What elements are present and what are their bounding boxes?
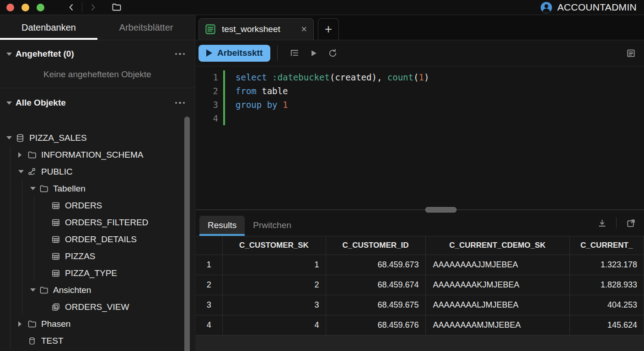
close-window-button[interactable]	[6, 4, 14, 11]
all-objects-menu-button[interactable]	[173, 99, 187, 107]
row-number-cell[interactable]: 4	[196, 315, 222, 335]
data-cell[interactable]: 68.459.674	[326, 275, 425, 295]
expander-open-icon[interactable]	[6, 136, 16, 139]
row-number-header[interactable]	[196, 236, 222, 255]
table-icon	[51, 235, 61, 244]
data-cell[interactable]: 1.828.933	[569, 275, 644, 295]
indent-guide	[10, 146, 11, 350]
data-cell[interactable]: AAAAAAAAJJMJEBEA	[425, 255, 569, 275]
expander-open-icon[interactable]	[30, 187, 39, 190]
tree-item-pizza-sales[interactable]: PIZZA_SALES	[0, 129, 195, 146]
results-panel: ResultsPrwitchen C_CUSTOMER_SKC_C	[196, 209, 644, 351]
traffic-lights	[0, 4, 51, 11]
zoom-window-button[interactable]	[37, 4, 44, 11]
column-header-c-current-[interactable]: C_CURRENT_	[569, 236, 644, 255]
worksheet-doc-icon	[204, 23, 216, 35]
expander-open-icon[interactable]	[18, 170, 27, 173]
data-cell[interactable]: AAAAAAAAKJMJEBEA	[425, 275, 569, 295]
tree-item-test[interactable]: TEST	[0, 332, 195, 349]
tree-item-phasen[interactable]: Phasen	[0, 315, 195, 332]
tree-item-label: ORDERS	[65, 201, 102, 211]
tree-item-ansichten[interactable]: Ansichten	[0, 282, 195, 298]
data-cell[interactable]: 4	[222, 315, 326, 335]
table-row: 2268.459.674AAAAAAAAKJMJEBEA1.828.933	[196, 275, 644, 295]
worksheet-tab-title: test_worksheet	[222, 24, 280, 34]
row-number-cell[interactable]: 3	[196, 295, 222, 315]
folder-icon	[39, 184, 49, 193]
data-cell[interactable]: AAAAAAAALJMJEBEA	[425, 295, 569, 315]
tree-item-pizza-type[interactable]: PIZZA_TYPE	[0, 265, 195, 282]
app-window: ACCOUNTADMIN DatenbankenArbeitsblätter A…	[0, 0, 644, 351]
pinned-section-header[interactable]: Angeheftet (0)	[0, 47, 195, 61]
pinned-empty-text: Keine angehefteten Objekte	[43, 69, 151, 80]
all-objects-section-header[interactable]: Alle Objekte	[0, 96, 195, 110]
play-icon	[206, 49, 212, 57]
data-cell[interactable]: 2	[222, 275, 326, 295]
code-line-1[interactable]: 1select :datebucket(created), count(1)	[196, 70, 644, 84]
sql-editor[interactable]: 1select :datebucket(created), count(1)2f…	[196, 66, 644, 209]
query-list-button[interactable]	[284, 44, 304, 62]
worksheet-details-button[interactable]	[621, 44, 640, 62]
new-worksheet-button[interactable]: +	[318, 18, 339, 40]
open-in-new-icon	[626, 218, 636, 229]
data-cell[interactable]: AAAAAAAAMJMJEBEA	[425, 315, 569, 335]
code-line-4[interactable]: 4	[196, 112, 644, 125]
data-cell[interactable]: 68.459.675	[326, 295, 425, 315]
expander-closed-icon[interactable]	[18, 321, 27, 327]
tree-item-order-details[interactable]: ORDER_DETAILS	[0, 231, 195, 248]
code-line-2[interactable]: 2from table	[196, 84, 644, 98]
tree-item-public[interactable]: PUBLIC	[0, 163, 195, 180]
data-cell[interactable]: 3	[222, 295, 326, 315]
data-cell[interactable]: 145.624	[569, 315, 644, 335]
data-cell[interactable]: 1	[222, 255, 326, 275]
row-number-cell[interactable]: 1	[196, 255, 222, 275]
code-line-3[interactable]: 3group by 1	[196, 98, 644, 112]
folder-icon	[39, 286, 49, 295]
data-cell[interactable]: 68.459.673	[326, 255, 425, 275]
pinned-section-title: Angeheftet (0)	[16, 49, 74, 59]
expander-closed-icon[interactable]	[18, 152, 27, 158]
collapse-triangle-icon[interactable]	[6, 53, 12, 56]
tree-item-tabellen[interactable]: Tabellen	[0, 180, 195, 197]
tree-item-orders-filtered[interactable]: ORDERS_FILTERED	[0, 214, 195, 231]
data-cell[interactable]: 68.459.676	[326, 315, 425, 335]
run-button-label: Arbeitssktt	[217, 48, 263, 58]
forward-button[interactable]	[85, 1, 101, 14]
column-header-c-customer-sk[interactable]: C_CUSTOMER_SK	[222, 236, 326, 255]
close-tab-icon[interactable]: ×	[300, 25, 308, 34]
results-tabbar: ResultsPrwitchen	[196, 210, 644, 236]
database-icon	[16, 133, 26, 143]
results-tab-prwitchen[interactable]: Prwitchen	[245, 216, 299, 236]
pinned-menu-button[interactable]	[173, 50, 187, 58]
tree-item-orders-view[interactable]: ORDERS_VIEW	[0, 298, 195, 315]
results-tab-results[interactable]: Results	[199, 216, 245, 236]
tree-item-pizzas[interactable]: PIZZAS	[0, 248, 195, 265]
view-icon	[51, 303, 61, 312]
data-cell[interactable]: 1.323.178	[569, 255, 644, 275]
results-tabs: ResultsPrwitchen	[199, 210, 300, 236]
expand-results-button[interactable]	[621, 214, 640, 232]
tree-item-orders[interactable]: ORDERS	[0, 197, 195, 214]
run-worksheet-button[interactable]: Arbeitssktt	[199, 45, 270, 62]
back-button[interactable]	[64, 1, 79, 14]
sidebar-tab-datenbanken[interactable]: Datenbanken	[0, 15, 97, 40]
run-statement-button[interactable]	[304, 44, 323, 62]
tree-item-information-schema[interactable]: INFORMATION_SCHEMA	[0, 146, 195, 163]
sidebar-tab-arbeitsblätter[interactable]: Arbeitsblätter	[97, 15, 195, 40]
section-divider	[0, 88, 195, 88]
notes-panel-icon	[626, 48, 636, 58]
sidebar-scrollbar[interactable]	[184, 117, 190, 351]
data-cell[interactable]: 404.253	[569, 295, 644, 315]
column-header-c-customer-id[interactable]: C_CUSTOMER_ID	[326, 236, 425, 255]
expander-open-icon[interactable]	[30, 288, 39, 292]
account-menu[interactable]: ACCOUNTADMIN	[540, 1, 644, 14]
line-number: 1	[196, 70, 223, 84]
collapse-triangle-icon[interactable]	[6, 101, 12, 105]
download-results-button[interactable]	[592, 214, 612, 232]
row-number-cell[interactable]: 2	[196, 275, 222, 295]
folder-button[interactable]	[109, 1, 124, 14]
column-header-c-current-cdemo-sk[interactable]: C_CURRENT_CDEMO_SK	[425, 236, 569, 255]
refresh-button[interactable]	[323, 44, 342, 62]
worksheet-tab[interactable]: test_worksheet ×	[199, 18, 314, 40]
minimize-window-button[interactable]	[21, 4, 29, 11]
